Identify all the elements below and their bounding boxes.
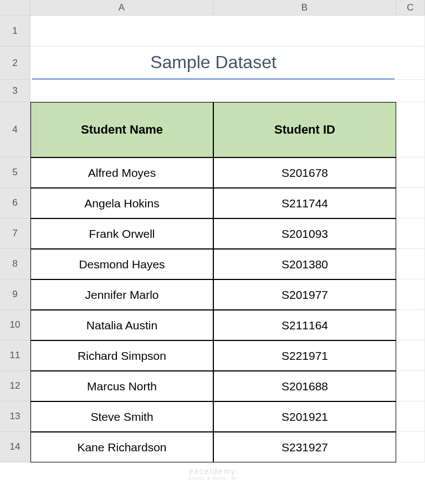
row-header-11[interactable]: 11: [0, 340, 30, 371]
cell-A3[interactable]: [30, 80, 425, 102]
table-row[interactable]: Frank Orwell: [30, 218, 213, 249]
row-header-7[interactable]: 7: [0, 218, 30, 249]
cell-D5[interactable]: [396, 157, 425, 188]
row-header-13[interactable]: 13: [0, 401, 30, 432]
row-header-3[interactable]: 3: [0, 80, 30, 102]
table-row[interactable]: S201093: [213, 218, 396, 249]
column-header-B[interactable]: B: [213, 0, 396, 16]
column-header-A[interactable]: A: [30, 0, 213, 16]
table-row[interactable]: Marcus North: [30, 371, 213, 401]
table-row[interactable]: S211744: [213, 188, 396, 218]
table-row[interactable]: S201678: [213, 157, 396, 188]
table-row[interactable]: Jennifer Marlo: [30, 279, 213, 310]
cell-D10[interactable]: [396, 310, 425, 340]
row-header-6[interactable]: 6: [0, 188, 30, 218]
row-header-8[interactable]: 8: [0, 249, 30, 279]
cell-D7[interactable]: [396, 218, 425, 249]
watermark: exceldemy EXCEL & DATA - BI: [188, 467, 237, 481]
table-row[interactable]: Steve Smith: [30, 401, 213, 432]
table-row[interactable]: S201977: [213, 279, 396, 310]
table-row[interactable]: S211164: [213, 310, 396, 340]
table-row[interactable]: Angela Hokins: [30, 188, 213, 218]
row-header-14[interactable]: 14: [0, 432, 30, 462]
table-header-id[interactable]: Student ID: [213, 102, 396, 157]
table-row[interactable]: S231927: [213, 432, 396, 462]
cell-D14[interactable]: [396, 432, 425, 462]
table-row[interactable]: S221971: [213, 340, 396, 371]
table-row[interactable]: Natalia Austin: [30, 310, 213, 340]
watermark-sub: EXCEL & DATA - BI: [188, 476, 237, 481]
row-header-2[interactable]: 2: [0, 47, 30, 80]
row-header-4[interactable]: 4: [0, 102, 30, 157]
cell-D9[interactable]: [396, 279, 425, 310]
spreadsheet-grid: A B C 1 2 Sample Dataset 3 4 Student Nam…: [0, 0, 425, 462]
cell-D12[interactable]: [396, 371, 425, 401]
title-cell[interactable]: Sample Dataset: [32, 47, 395, 80]
select-all-corner[interactable]: [0, 0, 30, 16]
table-header-name[interactable]: Student Name: [30, 102, 213, 157]
table-row[interactable]: Desmond Hayes: [30, 249, 213, 279]
row-header-10[interactable]: 10: [0, 310, 30, 340]
cell-D11[interactable]: [396, 340, 425, 371]
row-header-9[interactable]: 9: [0, 279, 30, 310]
cell-D8[interactable]: [396, 249, 425, 279]
row-header-12[interactable]: 12: [0, 371, 30, 401]
row-header-1[interactable]: 1: [0, 16, 30, 47]
cell-D13[interactable]: [396, 401, 425, 432]
column-header-C[interactable]: C: [396, 0, 425, 16]
watermark-main: exceldemy: [189, 467, 236, 476]
cell-D6[interactable]: [396, 188, 425, 218]
row-header-5[interactable]: 5: [0, 157, 30, 188]
table-row[interactable]: S201380: [213, 249, 396, 279]
cell-D2[interactable]: [396, 47, 425, 80]
table-row[interactable]: Alfred Moyes: [30, 157, 213, 188]
cell-A2[interactable]: Sample Dataset: [30, 47, 396, 80]
table-row[interactable]: Richard Simpson: [30, 340, 213, 371]
cell-D4[interactable]: [396, 102, 425, 157]
table-row[interactable]: S201688: [213, 371, 396, 401]
table-row[interactable]: S201921: [213, 401, 396, 432]
table-row[interactable]: Kane Richardson: [30, 432, 213, 462]
cell-A1[interactable]: [30, 16, 425, 47]
